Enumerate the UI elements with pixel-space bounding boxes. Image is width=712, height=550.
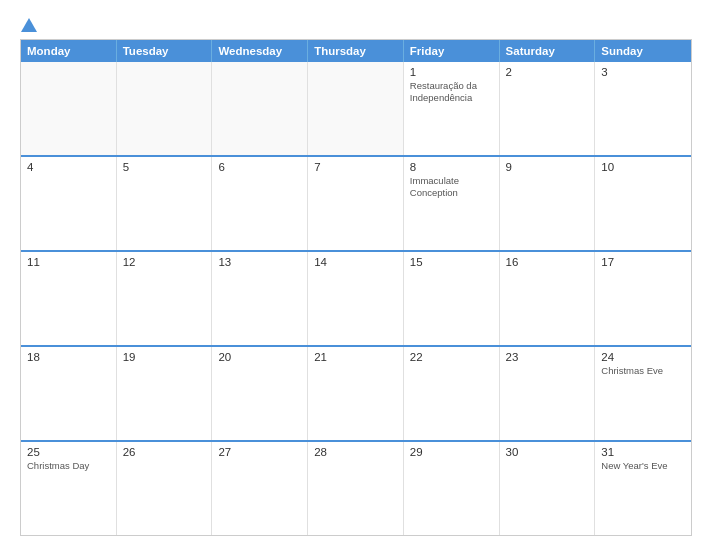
- day-cell: 31New Year's Eve: [595, 442, 691, 535]
- day-number: 22: [410, 351, 493, 363]
- day-number: 19: [123, 351, 206, 363]
- logo-triangle-icon: [21, 18, 37, 32]
- day-number: 28: [314, 446, 397, 458]
- week-row-1: 1Restauração da Independência23: [21, 62, 691, 155]
- header-day-thursday: Thursday: [308, 40, 404, 62]
- day-cell: 30: [500, 442, 596, 535]
- day-cell: 16: [500, 252, 596, 345]
- week-row-4: 18192021222324Christmas Eve: [21, 345, 691, 440]
- day-number: 21: [314, 351, 397, 363]
- day-cell: 13: [212, 252, 308, 345]
- day-number: 5: [123, 161, 206, 173]
- day-cell: 1Restauração da Independência: [404, 62, 500, 155]
- day-cell: 3: [595, 62, 691, 155]
- week-row-3: 11121314151617: [21, 250, 691, 345]
- day-cell: 29: [404, 442, 500, 535]
- day-number: 13: [218, 256, 301, 268]
- day-cell: 7: [308, 157, 404, 250]
- day-number: 23: [506, 351, 589, 363]
- day-cell: 27: [212, 442, 308, 535]
- week-row-5: 25Christmas Day262728293031New Year's Ev…: [21, 440, 691, 535]
- day-number: 24: [601, 351, 685, 363]
- day-number: 29: [410, 446, 493, 458]
- week-row-2: 45678Immaculate Conception910: [21, 155, 691, 250]
- day-cell: 28: [308, 442, 404, 535]
- day-event: Restauração da Independência: [410, 80, 493, 105]
- day-event: Christmas Day: [27, 460, 110, 472]
- day-number: 18: [27, 351, 110, 363]
- day-cell: 26: [117, 442, 213, 535]
- day-cell: 20: [212, 347, 308, 440]
- day-cell: 15: [404, 252, 500, 345]
- day-cell: 23: [500, 347, 596, 440]
- day-number: 7: [314, 161, 397, 173]
- header-day-friday: Friday: [404, 40, 500, 62]
- day-number: 8: [410, 161, 493, 173]
- day-number: 12: [123, 256, 206, 268]
- day-cell: [21, 62, 117, 155]
- day-number: 25: [27, 446, 110, 458]
- day-cell: 22: [404, 347, 500, 440]
- day-number: 6: [218, 161, 301, 173]
- day-cell: 25Christmas Day: [21, 442, 117, 535]
- header-day-monday: Monday: [21, 40, 117, 62]
- day-number: 11: [27, 256, 110, 268]
- day-number: 15: [410, 256, 493, 268]
- day-number: 16: [506, 256, 589, 268]
- day-cell: 17: [595, 252, 691, 345]
- header-day-saturday: Saturday: [500, 40, 596, 62]
- day-cell: 24Christmas Eve: [595, 347, 691, 440]
- day-cell: 9: [500, 157, 596, 250]
- header-day-sunday: Sunday: [595, 40, 691, 62]
- day-number: 27: [218, 446, 301, 458]
- day-number: 26: [123, 446, 206, 458]
- day-cell: 18: [21, 347, 117, 440]
- day-number: 1: [410, 66, 493, 78]
- day-cell: [212, 62, 308, 155]
- day-number: 31: [601, 446, 685, 458]
- day-cell: 21: [308, 347, 404, 440]
- day-number: 9: [506, 161, 589, 173]
- day-cell: [308, 62, 404, 155]
- header-day-tuesday: Tuesday: [117, 40, 213, 62]
- day-event: New Year's Eve: [601, 460, 685, 472]
- day-number: 4: [27, 161, 110, 173]
- logo: [20, 18, 38, 31]
- day-cell: 4: [21, 157, 117, 250]
- day-cell: 11: [21, 252, 117, 345]
- day-number: 3: [601, 66, 685, 78]
- day-cell: 6: [212, 157, 308, 250]
- day-number: 2: [506, 66, 589, 78]
- day-cell: 19: [117, 347, 213, 440]
- calendar-header: MondayTuesdayWednesdayThursdayFridaySatu…: [21, 40, 691, 62]
- day-event: Immaculate Conception: [410, 175, 493, 200]
- day-cell: [117, 62, 213, 155]
- day-cell: 10: [595, 157, 691, 250]
- day-event: Christmas Eve: [601, 365, 685, 377]
- day-number: 20: [218, 351, 301, 363]
- calendar-page: MondayTuesdayWednesdayThursdayFridaySatu…: [0, 0, 712, 550]
- header: [20, 18, 692, 31]
- calendar: MondayTuesdayWednesdayThursdayFridaySatu…: [20, 39, 692, 536]
- day-number: 14: [314, 256, 397, 268]
- calendar-body: 1Restauração da Independência2345678Imma…: [21, 62, 691, 535]
- day-cell: 14: [308, 252, 404, 345]
- day-cell: 2: [500, 62, 596, 155]
- day-number: 10: [601, 161, 685, 173]
- day-cell: 5: [117, 157, 213, 250]
- day-cell: 12: [117, 252, 213, 345]
- day-number: 17: [601, 256, 685, 268]
- header-day-wednesday: Wednesday: [212, 40, 308, 62]
- day-number: 30: [506, 446, 589, 458]
- day-cell: 8Immaculate Conception: [404, 157, 500, 250]
